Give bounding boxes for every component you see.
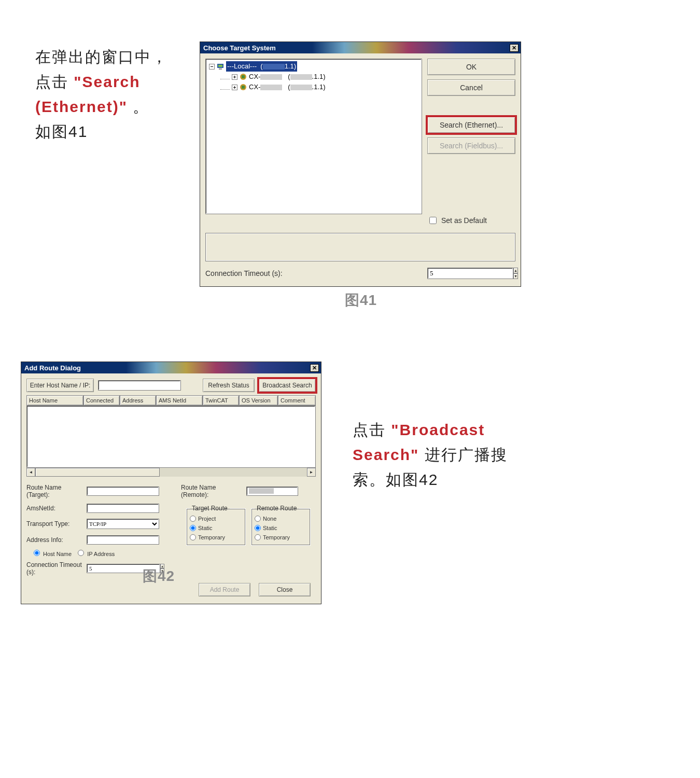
dlg42-title: Add Route Dialog <box>23 364 310 372</box>
connection-timeout-input[interactable] <box>427 268 513 279</box>
col-address[interactable]: Address <box>120 395 156 406</box>
route-name-remote-input[interactable] <box>246 487 298 496</box>
scroll-thumb[interactable] <box>35 468 160 477</box>
remote-route-fieldset: Remote Route None Static Temporary <box>251 505 311 546</box>
svg-rect-6 <box>242 86 245 89</box>
refresh-status-button[interactable]: Refresh Status <box>203 379 255 392</box>
instruction-fig42: 点击 "Broadcast Search" 进行广播搜索。如图42 <box>353 418 519 492</box>
col-comment[interactable]: Comment <box>278 395 316 406</box>
tree-child[interactable]: CX- (.1.1) <box>249 72 326 82</box>
ipaddress-radio[interactable]: IP Address <box>78 550 115 557</box>
target-route-temporary[interactable]: Temporary <box>190 533 242 542</box>
set-default-label: Set as Default <box>441 216 487 225</box>
target-route-fieldset: Target Route Project Static Temporary <box>186 505 246 546</box>
scroll-left-icon[interactable]: ◄ <box>26 468 35 477</box>
instr41-line3: 如图41 <box>35 123 88 140</box>
target-tree[interactable]: ---Local--- (1.1) CX- (.1.1) <box>205 59 422 214</box>
tree-root-selected[interactable]: ---Local--- (1.1) <box>226 61 297 72</box>
dlg41-titlebar: Choose Target System ✕ <box>200 42 521 53</box>
instr41-line1: 在弹出的窗口中， <box>35 48 168 65</box>
amsnetid-input[interactable] <box>87 504 159 513</box>
close-icon[interactable]: ✕ <box>510 44 519 52</box>
spin-down-icon[interactable]: ▼ <box>513 273 518 279</box>
caption-fig41: 图41 <box>345 290 377 310</box>
route-name-remote-label: Route Name (Remote): <box>181 484 243 498</box>
choose-target-system-dialog: Choose Target System ✕ ---Local--- (1.1) <box>200 41 521 287</box>
route-name-target-label: Route Name (Target): <box>26 484 83 498</box>
address-info-input[interactable] <box>87 535 159 545</box>
route-list-hscrollbar[interactable]: ◄ ► <box>26 468 316 477</box>
scroll-track[interactable] <box>160 468 307 477</box>
remote-route-static[interactable]: Static <box>255 523 307 533</box>
cancel-button[interactable]: Cancel <box>427 79 515 96</box>
instr42-line1a: 点击 <box>353 421 391 438</box>
tree-expand-icon[interactable] <box>209 64 215 70</box>
set-as-default-checkbox[interactable]: Set as Default <box>427 215 515 226</box>
device-icon <box>240 84 247 91</box>
connection-timeout-spinner[interactable]: ▲ ▼ <box>427 268 515 279</box>
dlg42-conn-timeout-spinner[interactable]: ▲ ▼ <box>87 564 138 573</box>
col-connected[interactable]: Connected <box>83 395 120 406</box>
computer-icon <box>217 63 224 70</box>
transport-type-select[interactable]: TCP/IP <box>87 519 159 529</box>
instr41-line2a: 点击 <box>35 73 74 90</box>
svg-rect-1 <box>218 65 222 67</box>
target-route-legend: Target Route <box>190 505 230 512</box>
enter-host-button[interactable]: Enter Host Name / IP: <box>26 379 94 392</box>
instr41-line2c: 。 <box>133 98 149 115</box>
col-twincat[interactable]: TwinCAT <box>203 395 239 406</box>
address-info-label: Address Info: <box>26 536 83 544</box>
tree-child[interactable]: CX- (.1.1) <box>249 82 326 92</box>
route-list[interactable] <box>26 406 316 468</box>
col-osversion[interactable]: OS Version <box>239 395 278 406</box>
instruction-fig41: 在弹出的窗口中， 点击 "Search (Ethernet)" 。 如图41 <box>35 45 191 144</box>
ok-button[interactable]: OK <box>427 59 515 75</box>
status-panel <box>205 233 515 261</box>
col-amsnetid[interactable]: AMS NetId <box>156 395 203 406</box>
search-ethernet-button[interactable]: Search (Ethernet)... <box>427 117 515 133</box>
route-list-header: Host Name Connected Address AMS NetId Tw… <box>26 395 316 406</box>
tree-expand-icon[interactable] <box>232 74 237 80</box>
target-route-static[interactable]: Static <box>190 523 242 533</box>
dlg42-titlebar: Add Route Dialog ✕ <box>21 362 321 373</box>
target-route-project[interactable]: Project <box>190 514 242 523</box>
transport-type-label: Transport Type: <box>26 520 83 527</box>
close-button[interactable]: Close <box>259 583 311 596</box>
remote-route-temporary[interactable]: Temporary <box>255 533 307 542</box>
connection-timeout-label: Connection Timeout (s): <box>205 269 283 277</box>
add-route-button: Add Route <box>199 583 250 596</box>
scroll-right-icon[interactable]: ► <box>307 468 316 477</box>
svg-rect-2 <box>219 68 222 70</box>
caption-fig42: 图42 <box>143 566 175 586</box>
remote-route-none[interactable]: None <box>255 514 307 523</box>
hostname-radio[interactable]: Host Name <box>34 550 72 557</box>
dlg41-title: Choose Target System <box>202 44 510 52</box>
dlg42-conn-timeout-label: Connection Timeout (s): <box>26 561 83 576</box>
host-input[interactable] <box>98 380 181 391</box>
route-name-target-input[interactable] <box>87 487 159 496</box>
broadcast-search-button[interactable]: Broadcast Search <box>259 379 316 392</box>
remote-route-legend: Remote Route <box>255 505 299 512</box>
col-hostname[interactable]: Host Name <box>26 395 83 406</box>
svg-rect-4 <box>242 75 245 78</box>
set-default-check[interactable] <box>429 217 437 224</box>
tree-expand-icon[interactable] <box>232 85 237 90</box>
close-icon[interactable]: ✕ <box>310 364 319 372</box>
spin-up-icon[interactable]: ▲ <box>513 268 518 273</box>
search-fieldbus-button: Search (Fieldbus)... <box>427 137 515 154</box>
device-icon <box>240 73 247 80</box>
amsnetid-label: AmsNetId: <box>26 505 83 512</box>
